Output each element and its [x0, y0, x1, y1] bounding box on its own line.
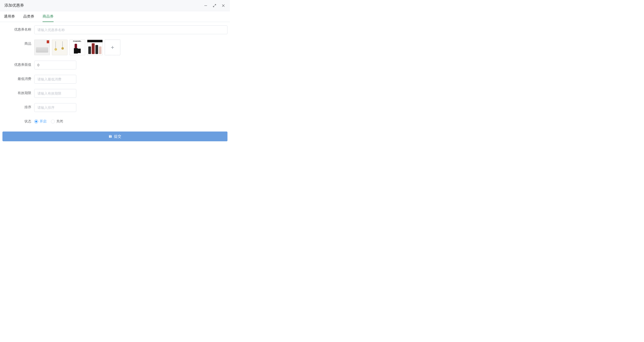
sort-input[interactable]	[34, 103, 76, 112]
submit-bar: 提交	[0, 131, 230, 144]
radio-label-on: 开启	[40, 119, 46, 124]
tab-product[interactable]: 商品券	[42, 11, 54, 22]
min-spend-input[interactable]	[34, 75, 76, 84]
minimize-icon[interactable]	[204, 3, 208, 8]
dialog-controls	[204, 3, 226, 8]
plus-icon: +	[111, 44, 114, 51]
row-sort: 排序	[2, 103, 228, 112]
label-min-spend: 最低消费	[2, 75, 34, 81]
submit-button[interactable]: 提交	[2, 131, 228, 141]
tab-category[interactable]: 品类券	[23, 11, 34, 22]
fullscreen-icon[interactable]	[212, 3, 217, 8]
product-thumb-sofa[interactable]	[34, 40, 50, 55]
row-valid-period: 有效期限	[2, 89, 228, 98]
label-valid-period: 有效期限	[2, 89, 34, 95]
product-thumb-lipstick[interactable]: CHANEL	[70, 40, 85, 55]
label-status: 状态	[2, 117, 34, 124]
row-products: 商品 CHANEL +	[2, 40, 228, 55]
add-product-button[interactable]: +	[105, 40, 120, 55]
valid-period-input[interactable]	[34, 89, 76, 98]
status-radio-group: 开启 关闭	[34, 117, 228, 124]
radio-label-off: 关闭	[56, 119, 63, 124]
label-face-value: 优惠券面值	[2, 61, 34, 67]
face-value-input[interactable]	[34, 61, 76, 69]
radio-status-on[interactable]: 开启	[34, 119, 46, 124]
brand-bar	[87, 40, 102, 42]
coupon-name-input[interactable]	[34, 25, 228, 34]
row-coupon-name: 优惠券名称	[2, 25, 228, 34]
brand-text: CHANEL	[70, 40, 85, 42]
product-thumb-lamp[interactable]	[52, 40, 68, 55]
dialog-title: 添加优惠券	[4, 3, 24, 8]
coupon-form: 优惠券名称 商品 CHANEL +	[0, 22, 230, 131]
radio-circle-icon	[34, 120, 38, 123]
row-min-spend: 最低消费	[2, 75, 228, 84]
radio-circle-icon	[51, 120, 55, 123]
submit-label: 提交	[114, 134, 121, 139]
row-status: 状态 开启 关闭	[2, 117, 228, 124]
radio-status-off[interactable]: 关闭	[51, 119, 63, 124]
label-products: 商品	[2, 40, 34, 46]
dialog-header: 添加优惠券	[0, 0, 230, 11]
add-coupon-dialog: 添加优惠券 通用券 品类券 商品券 优惠券名称	[0, 0, 230, 144]
close-icon[interactable]	[221, 3, 226, 8]
save-icon	[108, 135, 112, 138]
product-list: CHANEL +	[34, 40, 228, 55]
product-thumb-luggage[interactable]	[87, 40, 103, 55]
coupon-type-tabs: 通用券 品类券 商品券	[0, 11, 230, 22]
row-face-value: 优惠券面值	[2, 61, 228, 69]
label-sort: 排序	[2, 103, 34, 109]
label-coupon-name: 优惠券名称	[2, 25, 34, 32]
tab-universal[interactable]: 通用券	[4, 11, 15, 22]
